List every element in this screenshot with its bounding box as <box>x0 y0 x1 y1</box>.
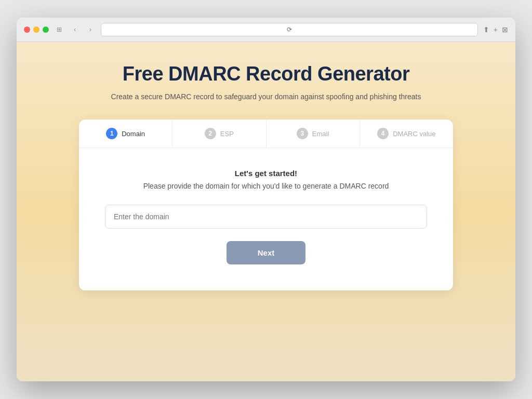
sidebar-toggle-icon[interactable]: ⊞ <box>54 24 64 35</box>
page-title: Free DMARC Record Generator <box>123 63 409 85</box>
address-bar[interactable]: ⟳ <box>101 23 478 36</box>
wizard-intro-desc: Please provide the domain for which you'… <box>143 182 389 190</box>
page-content: Free DMARC Record Generator Create a sec… <box>17 42 515 381</box>
share-icon[interactable]: ⬆ <box>483 25 489 34</box>
forward-icon[interactable]: › <box>85 24 96 35</box>
step-label-esp: ESP <box>220 130 234 138</box>
step-label-email: Email <box>312 130 329 138</box>
wizard-body: Let's get started! Please provide the do… <box>79 148 453 290</box>
browser-window: ⊞ ‹ › ⟳ ⬆ + ⊠ Free DMARC Record Generato… <box>17 18 515 381</box>
address-bar-text: ⟳ <box>287 26 292 33</box>
wizard-steps: 1 Domain 2 ESP 3 Email <box>79 119 453 148</box>
minimize-button[interactable] <box>33 26 39 33</box>
close-button[interactable] <box>24 26 30 33</box>
back-icon[interactable]: ‹ <box>70 24 80 35</box>
browser-chrome: ⊞ ‹ › ⟳ ⬆ + ⊠ <box>17 18 515 42</box>
traffic-lights <box>24 26 49 33</box>
step-number-4: 4 <box>377 128 389 139</box>
maximize-button[interactable] <box>43 26 49 33</box>
page-subtitle: Create a secure DMARC record to safeguar… <box>111 92 421 101</box>
wizard-card: 1 Domain 2 ESP 3 Email <box>79 119 453 290</box>
wizard-intro: Let's get started! Please provide the do… <box>143 169 389 190</box>
step-label-domain: Domain <box>122 130 145 138</box>
step-label-dmarc: DMARC value <box>393 130 435 138</box>
step-number-3: 3 <box>297 128 308 139</box>
browser-actions: ⬆ + ⊠ <box>483 25 508 34</box>
domain-input[interactable] <box>105 205 427 229</box>
add-tab-icon[interactable]: + <box>494 25 498 34</box>
step-number-1: 1 <box>106 128 117 139</box>
wizard-step-esp[interactable]: 2 ESP <box>172 119 266 148</box>
wizard-intro-title: Let's get started! <box>143 169 389 178</box>
wizard-step-dmarc[interactable]: 4 DMARC value <box>360 119 453 148</box>
wizard-step-email[interactable]: 3 Email <box>267 119 360 148</box>
next-button[interactable]: Next <box>227 241 306 264</box>
step-number-2: 2 <box>205 128 216 139</box>
reader-view-icon[interactable]: ⊠ <box>502 25 508 34</box>
wizard-step-domain[interactable]: 1 Domain <box>79 119 172 148</box>
